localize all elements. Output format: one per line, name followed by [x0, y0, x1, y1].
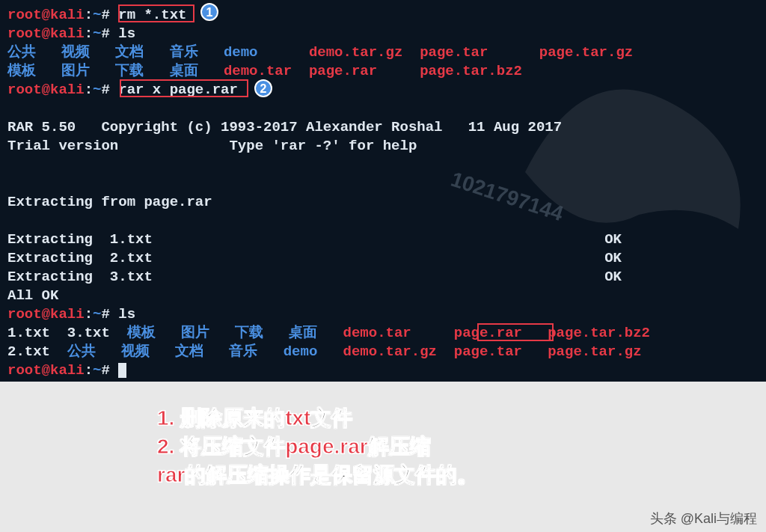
blank-line — [7, 156, 759, 174]
blank-line — [7, 100, 759, 118]
command-rar-x: rar x page.rar — [118, 82, 238, 98]
annotation-notes: 1. 删除原来的txt文件 2. 将压缩文件page.rar解压缩 rar的解压… — [157, 404, 478, 489]
annotation-line-1: 1. 删除原来的txt文件 — [157, 404, 478, 432]
rar-all-ok: All OK — [7, 287, 759, 305]
ls2-output-row-1: 1.txt 3.txt 模板 图片 下载 桌面 demo.tar page.ra… — [7, 324, 759, 343]
blank-line — [7, 174, 759, 193]
ls2-output-row-2: 2.txt 公共 视频 文档 音乐 demo demo.tar.gz page.… — [7, 343, 759, 361]
ls-output-row-2: 模板 图片 下载 桌面 demo.tar page.rar page.tar.b… — [7, 62, 759, 81]
command-ls-2: ls — [118, 306, 135, 322]
prompt-line-1: root@kali:~# rm *.txt — [7, 6, 759, 25]
blank-line — [7, 212, 759, 230]
ls-output-row-1: 公共 视频 文档 音乐 demo demo.tar.gz page.tar pa… — [7, 43, 759, 62]
annotation-line-3: rar的解压缩操作是保留源文件的。 — [157, 461, 478, 489]
command-rm: rm *.txt — [118, 7, 186, 23]
rar-banner-2: Trial version Type 'rar -?' for help — [7, 137, 759, 156]
prompt-line-4: root@kali:~# ls — [7, 305, 759, 324]
terminal-window[interactable]: root@kali:~# rm *.txt root@kali:~# ls 公共… — [0, 0, 766, 382]
rar-extract-1: Extracting 1.txt OK — [7, 230, 759, 249]
prompt-line-3: root@kali:~# rar x page.rar — [7, 81, 759, 100]
prompt-line-2: root@kali:~# ls — [7, 25, 759, 43]
command-ls-1: ls — [118, 25, 135, 42]
annotation-line-2: 2. 将压缩文件page.rar解压缩 — [157, 432, 478, 461]
rar-extracting-from: Extracting from page.rar — [7, 193, 759, 212]
step-badge-1: 1 — [200, 3, 218, 21]
step-badge-2: 2 — [254, 79, 272, 97]
prompt-user: root — [7, 7, 42, 23]
footer-credit: 头条 @Kali与编程 — [650, 510, 757, 528]
prompt-line-5[interactable]: root@kali:~# — [7, 361, 759, 380]
rar-extract-2: Extracting 2.txt OK — [7, 249, 759, 268]
rar-banner-1: RAR 5.50 Copyright (c) 1993-2017 Alexand… — [7, 118, 759, 137]
rar-extract-3: Extracting 3.txt OK — [7, 268, 759, 287]
terminal-cursor[interactable] — [118, 363, 126, 378]
